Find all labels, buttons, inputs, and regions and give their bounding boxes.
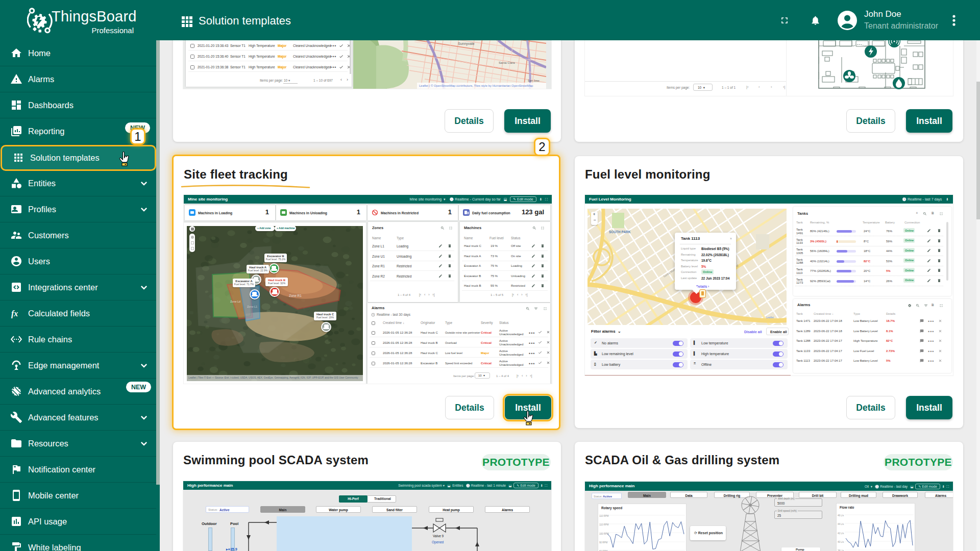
svg-text:110 RPM: 110 RPM [599,515,609,517]
svg-text:Leaflet | © OpenStreetMap cont: Leaflet | © OpenStreetMap contributors, … [419,84,533,87]
svg-text:42 L/s: 42 L/s [838,532,844,535]
svg-text:fx: fx [11,309,18,318]
svg-text:Leaflet: Leaflet [766,316,774,319]
svg-text:SOUTH PARK: SOUTH PARK [609,230,631,234]
svg-text:Sunnyvale: Sunnyvale [458,42,475,46]
svg-text:Zone Ld: Zone Ld [230,300,240,303]
svg-text:Zone L1: Zone L1 [247,305,257,308]
svg-text:46 L/s: 46 L/s [838,514,844,517]
svg-text:Zone R1: Zone R1 [289,294,302,297]
svg-text:40 L/s: 40 L/s [838,541,844,543]
svg-text:Santa Clara: Santa Clara [499,61,515,64]
svg-text:San Jose: San Jose [528,79,540,82]
svg-text:44 L/s: 44 L/s [838,523,844,525]
svg-text:90 RPM: 90 RPM [599,541,608,544]
svg-text:110 RPM: 110 RPM [599,523,609,526]
